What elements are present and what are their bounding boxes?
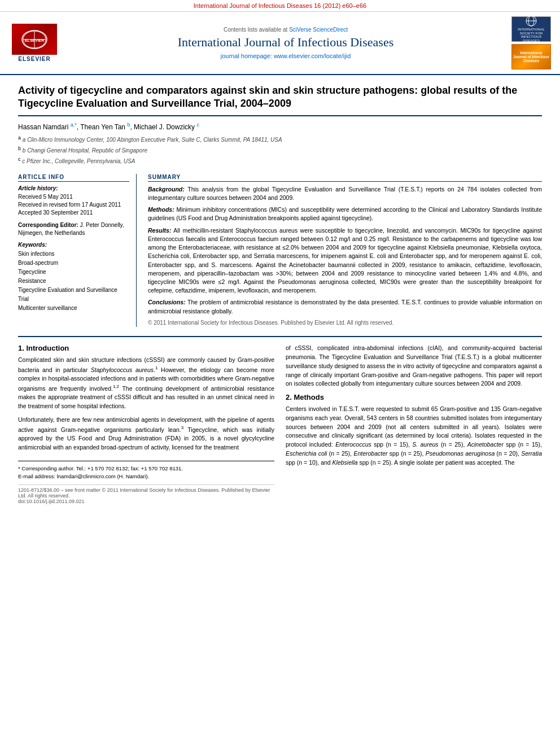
journal-homepage: journal homepage: www.elsevier.com/locat… xyxy=(69,53,502,59)
body-left: 1. Introduction Complicated skin and ski… xyxy=(18,344,274,504)
article-received: Received 5 May 2011 Received in revised … xyxy=(18,193,129,217)
methods-section-title: 2. Methods xyxy=(286,393,542,401)
affiliation-b: b b Changi General Hospital, Republic of… xyxy=(18,145,542,155)
intro-paragraph-1: Complicated skin and skin structure infe… xyxy=(18,356,274,411)
elsevier-logo-box: ELSEVIER ELSEVIER xyxy=(9,24,60,62)
journal-header: ELSEVIER ELSEVIER Contents lists availab… xyxy=(0,12,560,75)
summary-text: Background: This analysis from the globa… xyxy=(148,185,542,327)
citation-text: International Journal of Infectious Dise… xyxy=(194,2,366,9)
sciverse-line: Contents lists available at SciVerse Sci… xyxy=(69,27,502,33)
journal-badge: International Journal of Infectious Dise… xyxy=(511,44,551,69)
sciverse-link[interactable]: SciVerse ScienceDirect xyxy=(289,27,348,33)
summary-header: SUMMARY xyxy=(148,174,542,182)
footer-notes: * Corresponding author. Tel.: +1 570 702… xyxy=(18,461,274,480)
isid-logo: INTERNATIONAL SOCIETY FOR INFECTIOUS DIS… xyxy=(511,16,551,42)
keywords-label: Keywords: xyxy=(18,242,129,248)
info-summary-section: ARTICLE INFO Article history: Received 5… xyxy=(18,174,542,327)
keywords-list: Skin infections Broad-spectrum Tigecycli… xyxy=(18,250,129,313)
intro-paragraph-2: Unfortunately, there are few new antimic… xyxy=(18,416,274,452)
methods-paragraph: Methods: Minimum inhibitory concentratio… xyxy=(148,206,542,222)
article-title: Activity of tigecycline and comparators … xyxy=(18,84,542,116)
conclusions-paragraph: Conclusions: The problem of antimicrobia… xyxy=(148,298,542,315)
bottom-info: 1201-8712/$36.00 – see front matter © 20… xyxy=(18,484,274,504)
journal-title: International Journal of Infectious Dise… xyxy=(69,35,502,50)
journal-url[interactable]: www.elsevier.com/locate/ijid xyxy=(274,53,351,59)
affiliations: a a Clin-Micro Immunology Center, 100 Ab… xyxy=(18,134,542,166)
issn-line: 1201-8712/$36.00 – see front matter © 20… xyxy=(18,487,274,499)
history-label: Article history: xyxy=(18,185,129,191)
copyright-line: © 2011 International Society for Infecti… xyxy=(148,319,542,327)
svg-point-0 xyxy=(22,30,47,49)
email-line: E-mail address: lnamdari@clinmicro.com (… xyxy=(18,473,274,480)
article-content: Activity of tigecycline and comparators … xyxy=(0,75,560,513)
keyword-2: Broad-spectrum xyxy=(18,259,129,268)
body-right: of cSSSI, complicated intra-abdominal in… xyxy=(286,344,542,504)
journal-logos-right: INTERNATIONAL SOCIETY FOR INFECTIOUS DIS… xyxy=(511,16,551,69)
citation-bar: International Journal of Infectious Dise… xyxy=(0,0,560,12)
results-paragraph: Results: All methicillin-resistant Staph… xyxy=(148,226,542,295)
keyword-4: Resistance xyxy=(18,277,129,286)
keyword-3: Tigecycline xyxy=(18,268,129,277)
star-note: * Corresponding author. Tel.: +1 570 702… xyxy=(18,465,274,472)
journal-center: Contents lists available at SciVerse Sci… xyxy=(69,27,502,59)
affiliation-c: c c Pfizer Inc., Collegeville, Pennsylva… xyxy=(18,156,542,165)
keyword-1: Skin infections xyxy=(18,250,129,259)
methods-paragraph: Centers involved in T.E.S.T. were reques… xyxy=(286,405,542,467)
keyword-5: Tigecycline Evaluation and Surveillance … xyxy=(18,286,129,304)
elsevier-logo-img: ELSEVIER xyxy=(12,24,57,55)
background-paragraph: Background: This analysis from the globa… xyxy=(148,185,542,202)
intro-right-paragraph-1: of cSSSI, complicated intra-abdominal in… xyxy=(286,344,542,388)
affiliation-a: a a Clin-Micro Immunology Center, 100 Ab… xyxy=(18,134,542,144)
editor-info: Corresponding Editor: J. Peter Donnelly,… xyxy=(18,221,129,237)
elsevier-text: ELSEVIER xyxy=(18,56,50,62)
summary-column: SUMMARY Background: This analysis from t… xyxy=(148,174,542,327)
article-info-column: ARTICLE INFO Article history: Received 5… xyxy=(18,174,137,327)
intro-section-title: 1. Introduction xyxy=(18,344,274,352)
main-body: 1. Introduction Complicated skin and ski… xyxy=(18,336,542,504)
authors: Hassan Namdari a,*, Thean Yen Tan b, Mic… xyxy=(18,122,542,131)
body-two-col: 1. Introduction Complicated skin and ski… xyxy=(18,344,542,504)
doi-line: doi:10.1016/j.ijid.2011.09.021 xyxy=(18,499,274,504)
svg-text:ELSEVIER: ELSEVIER xyxy=(25,38,45,42)
keyword-6: Multicenter surveillance xyxy=(18,304,129,313)
authors-text: Hassan Namdari a,*, Thean Yen Tan b, Mic… xyxy=(18,123,199,131)
article-info-header: ARTICLE INFO xyxy=(18,174,129,182)
